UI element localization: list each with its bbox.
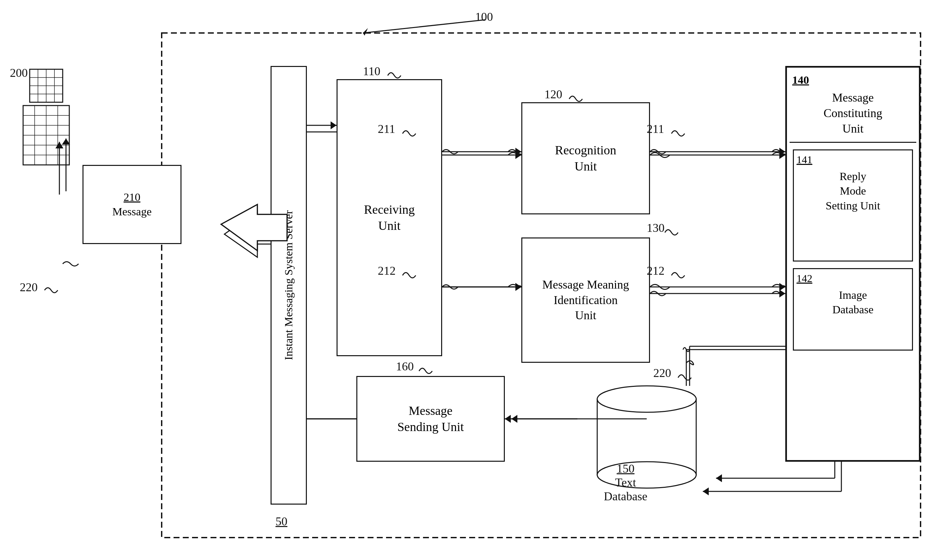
msg-sending-box: MessageSending Unit	[356, 376, 505, 462]
im-server-box: Instant Messaging System Server	[271, 66, 307, 505]
squiggle-211-right	[670, 125, 690, 138]
squiggle-211-left	[401, 125, 421, 138]
squiggle-120	[567, 91, 587, 104]
ref-211-top-right-label: 211	[647, 122, 664, 136]
person-icon	[20, 66, 72, 173]
ref-142-label: 142	[797, 272, 812, 286]
ref-220-db-label: 220	[653, 366, 671, 380]
ref-160-label: 160	[396, 360, 414, 373]
svg-marker-53	[779, 289, 785, 297]
svg-marker-2	[363, 28, 368, 35]
ref-141-label: 141	[797, 153, 812, 167]
squiggle-110	[386, 67, 406, 80]
ref-150-label: 150TextDatabase	[604, 462, 647, 503]
recognition-unit-label: RecognitionUnit	[555, 142, 616, 175]
im-server-label: Instant Messaging System Server	[282, 211, 296, 360]
squiggle-220-db	[676, 369, 696, 383]
ref-110-label: 110	[363, 64, 381, 78]
svg-marker-14	[512, 415, 517, 423]
msg-meaning-box: Message MeaningIdentificationUnit	[521, 237, 650, 363]
svg-line-1	[363, 20, 485, 33]
ref-200-label: 200	[10, 66, 28, 80]
msg-meaning-label: Message MeaningIdentificationUnit	[542, 277, 629, 323]
svg-marker-19	[716, 474, 722, 482]
svg-marker-11	[779, 283, 785, 291]
squiggle-220	[43, 284, 63, 297]
svg-point-40	[597, 386, 696, 412]
squiggle-130	[663, 224, 683, 237]
svg-marker-7	[515, 283, 521, 291]
ref-212-right-label: 212	[647, 264, 664, 278]
reply-mode-box: 141 ReplyModeSetting Unit	[793, 149, 913, 262]
image-db-box: 142 ImageDatabase	[793, 268, 913, 351]
ref-130-label: 130	[647, 221, 664, 235]
svg-marker-55	[505, 415, 511, 423]
squiggle-160	[418, 363, 437, 376]
squiggle-212-right	[670, 267, 690, 280]
ref-220-bottom-label: 220	[20, 280, 38, 294]
ref-211-top-left-label: 211	[378, 122, 395, 136]
svg-marker-60	[703, 488, 709, 495]
svg-marker-44	[331, 122, 337, 129]
svg-marker-47	[515, 148, 521, 156]
message-box: 210 Message	[83, 165, 182, 244]
recognition-unit-box: RecognitionUnit	[521, 102, 650, 214]
svg-marker-5	[515, 151, 521, 159]
ref-100-label: 100	[475, 10, 493, 24]
squiggle-212-left	[401, 267, 421, 280]
ref-140-header: 140	[790, 70, 916, 88]
diagram: 100 200 220	[0, 0, 943, 560]
message-label-text: Message	[112, 205, 152, 218]
message-label-underline: 210	[124, 191, 140, 203]
image-db-label: ImageDatabase	[797, 288, 909, 317]
msg-constituting-label: MessageConstitutingUnit	[790, 88, 916, 143]
svg-marker-9	[779, 151, 785, 159]
receiving-unit-box: ReceivingUnit	[337, 79, 442, 356]
msg-constituting-outer-box: 140 MessageConstitutingUnit 141 ReplyMod…	[785, 66, 921, 462]
ref-50-label: 50	[276, 514, 287, 528]
receiving-unit-label: ReceivingUnit	[364, 202, 415, 234]
reply-mode-label: ReplyModeSetting Unit	[797, 169, 909, 213]
msg-sending-label: MessageSending Unit	[397, 403, 464, 435]
ref-212-left-label: 212	[378, 264, 396, 278]
svg-marker-51	[779, 148, 785, 156]
svg-marker-49	[515, 283, 521, 291]
ref-120-label: 120	[544, 88, 562, 101]
